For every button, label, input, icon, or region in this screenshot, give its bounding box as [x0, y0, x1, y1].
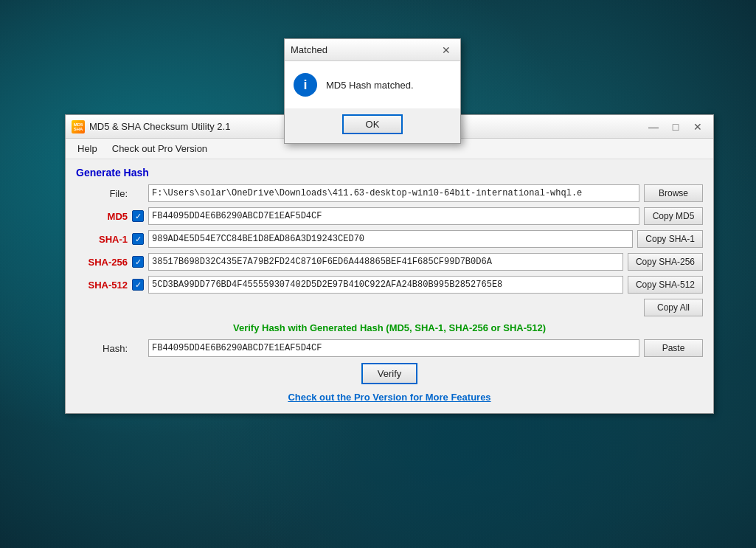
ok-button[interactable]: OK — [342, 114, 403, 134]
sha1-checkbox[interactable]: ✓ — [132, 233, 144, 245]
window-controls: — □ ✕ — [644, 119, 707, 135]
matched-dialog: Matched ✕ i MD5 Hash matched. OK — [284, 38, 461, 144]
copy-sha256-button[interactable]: Copy SHA-256 — [628, 253, 703, 271]
sha256-label: SHA-256 — [76, 257, 128, 268]
sha512-input[interactable] — [148, 276, 623, 294]
hash-label: Hash: — [76, 343, 128, 354]
verify-section-title: Verify Hash with Generated Hash (MD5, SH… — [76, 322, 703, 333]
file-row: File: Browse — [76, 184, 703, 202]
maximize-button[interactable]: □ — [666, 119, 685, 135]
dialog-close-button[interactable]: ✕ — [438, 43, 454, 58]
dialog-titlebar: Matched ✕ — [285, 39, 460, 61]
generate-hash-title: Generate Hash — [76, 167, 703, 178]
dialog-title: Matched — [291, 44, 327, 55]
sha512-checkbox[interactable]: ✓ — [132, 279, 144, 291]
menu-pro-version[interactable]: Check out Pro Version — [106, 141, 213, 156]
copy-all-button[interactable]: Copy All — [644, 299, 703, 316]
main-close-button[interactable]: ✕ — [688, 119, 707, 135]
dialog-message: MD5 Hash matched. — [326, 80, 414, 91]
copy-sha512-button[interactable]: Copy SHA-512 — [628, 276, 703, 294]
sha1-input[interactable] — [148, 230, 633, 248]
main-window: MD5SHA MD5 & SHA Checksum Utility 2.1 — … — [65, 114, 714, 414]
md5-row: MD5 ✓ Copy MD5 — [76, 207, 703, 225]
menu-help[interactable]: Help — [72, 141, 103, 156]
copy-md5-button[interactable]: Copy MD5 — [644, 207, 703, 225]
md5-checkbox[interactable]: ✓ — [132, 210, 144, 222]
main-content: Generate Hash File: Browse MD5 ✓ Copy MD… — [66, 159, 713, 413]
main-title-left: MD5SHA MD5 & SHA Checksum Utility 2.1 — [72, 120, 230, 133]
verify-btn-row: Verify — [76, 363, 703, 384]
sha512-label: SHA-512 — [76, 280, 128, 291]
md5-input[interactable] — [148, 207, 639, 225]
sha512-row: SHA-512 ✓ Copy SHA-512 — [76, 276, 703, 294]
app-icon: MD5SHA — [72, 120, 85, 133]
main-window-title: MD5 & SHA Checksum Utility 2.1 — [89, 121, 230, 132]
md5-label: MD5 — [76, 211, 128, 222]
verify-button[interactable]: Verify — [361, 363, 418, 384]
info-icon: i — [294, 73, 317, 97]
dialog-footer: OK — [285, 108, 460, 143]
paste-button[interactable]: Paste — [644, 339, 703, 357]
pro-link-section: Check out the Pro Version for More Featu… — [76, 392, 703, 403]
sha1-row: SHA-1 ✓ Copy SHA-1 — [76, 230, 703, 248]
dialog-content: i MD5 Hash matched. — [285, 61, 460, 108]
hash-row: Hash: Paste — [76, 339, 703, 357]
sha256-checkbox[interactable]: ✓ — [132, 256, 144, 268]
sha1-label: SHA-1 — [76, 234, 128, 245]
pro-link[interactable]: Check out the Pro Version for More Featu… — [288, 392, 490, 403]
copy-sha1-button[interactable]: Copy SHA-1 — [637, 230, 703, 248]
sha256-row: SHA-256 ✓ Copy SHA-256 — [76, 253, 703, 271]
file-label: File: — [76, 188, 128, 199]
sha256-input[interactable] — [148, 253, 623, 271]
file-input[interactable] — [148, 184, 639, 202]
hash-input[interactable] — [148, 339, 639, 357]
copy-all-row: Copy All — [76, 299, 703, 316]
browse-button[interactable]: Browse — [644, 184, 703, 202]
minimize-button[interactable]: — — [644, 119, 663, 135]
